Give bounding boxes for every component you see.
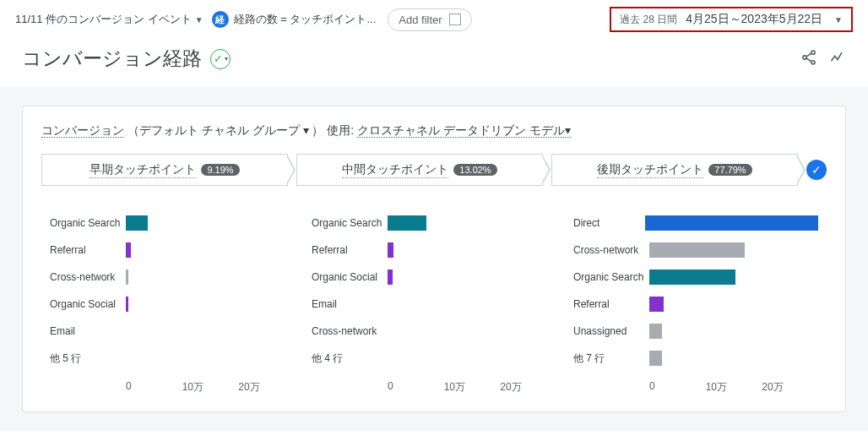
bar-label: Organic Social: [50, 298, 126, 310]
status-ok-badge[interactable]: ✓ ▾: [210, 49, 231, 69]
bar-label: Email: [312, 298, 388, 310]
touchpoint-tab-0[interactable]: 早期タッチポイント9.19%: [41, 154, 288, 186]
bar-row: Organic Social: [50, 291, 295, 318]
bar-label: Referral: [312, 244, 388, 256]
axis-tick: 20万: [762, 380, 818, 395]
tab-label: 中間タッチポイント: [342, 162, 448, 178]
bar-label: Referral: [50, 244, 126, 256]
touchpoint-chart-1: Organic SearchReferralOrganic SocialEmai…: [303, 210, 565, 395]
bar-row: Direct: [573, 210, 818, 237]
bar-row: Email: [312, 291, 556, 318]
bar-row: Organic Social: [312, 264, 556, 291]
axis-tick: 10万: [182, 380, 239, 395]
bar-row: Email: [50, 318, 295, 345]
bar-label: Organic Search: [312, 217, 388, 229]
bar-label: Organic Search: [50, 217, 126, 229]
bar: [388, 270, 393, 285]
axis-tick: 0: [649, 380, 706, 395]
bar-row: Unassigned: [573, 318, 818, 345]
bar-label: Unassigned: [573, 325, 649, 337]
bar-row: Referral: [573, 291, 818, 318]
axis-tick: 20万: [500, 380, 556, 395]
add-filter-label: Add filter: [399, 14, 442, 26]
bar-row: Cross-network: [312, 318, 556, 345]
filter-text: 経路の数 = タッチポイント...: [234, 12, 377, 27]
bar-label: Organic Social: [312, 271, 388, 283]
bar-row: Organic Search: [50, 210, 295, 237]
touchpoint-tab-2[interactable]: 後期タッチポイント77.79%: [551, 154, 798, 186]
page-title: コンバージョン経路: [22, 46, 202, 72]
bar-row: Organic Search: [312, 210, 556, 237]
bar: [126, 215, 148, 231]
x-axis: 010万20万: [312, 380, 556, 395]
touchpoint-tab-1[interactable]: 中間タッチポイント13.02%: [296, 154, 543, 186]
channel-group-label: （デフォルト チャネル グループ ▾ ）: [127, 123, 324, 137]
bar-label: Referral: [573, 298, 649, 310]
chevron-down-icon: ▼: [195, 15, 203, 24]
chevron-down-icon: ▾: [565, 123, 571, 137]
date-range-prefix: 過去 28 日間: [620, 13, 677, 27]
axis-tick: 0: [388, 380, 444, 395]
bar-row: Cross-network: [50, 264, 295, 291]
check-icon: ✓: [214, 52, 223, 65]
bar: [126, 270, 128, 285]
insights-icon[interactable]: [829, 49, 846, 68]
add-filter-button[interactable]: Add filter: [388, 8, 471, 31]
done-check-icon[interactable]: ✓: [806, 160, 827, 180]
touchpoint-chart-2: DirectCross-networkOrganic SearchReferra…: [565, 210, 827, 395]
bar: [388, 215, 426, 231]
x-axis: 010万20万: [50, 380, 295, 395]
filter-badge-icon: 経: [212, 11, 229, 28]
bar: [645, 215, 818, 231]
bar-row: Organic Search: [573, 264, 818, 291]
axis-tick: 20万: [238, 380, 295, 395]
bar-row: Cross-network: [573, 237, 818, 264]
add-filter-square-icon: [449, 14, 461, 25]
dimension-picker[interactable]: コンバージョン: [41, 123, 124, 138]
bar-label: Email: [50, 325, 126, 337]
date-range-picker[interactable]: 過去 28 日間 4月25日～2023年5月22日 ▼: [610, 7, 853, 32]
active-filter-chip[interactable]: 経 経路の数 = タッチポイント...: [212, 11, 377, 28]
bar-label: 他 4 行: [312, 351, 388, 366]
chevron-down-icon: ▼: [834, 15, 843, 24]
bar-row: Referral: [50, 237, 295, 264]
bar-row: 他 5 行: [50, 345, 295, 372]
conversion-events-dropdown[interactable]: 11/11 件のコンバージョン イベント ▼: [15, 12, 203, 27]
bar: [126, 242, 131, 258]
chevron-down-icon: ▾: [225, 55, 228, 63]
bar-row: 他 7 行: [573, 345, 818, 372]
bar: [649, 242, 745, 258]
tab-percent: 13.02%: [453, 164, 496, 176]
bar-label: Cross-network: [573, 244, 649, 256]
bar: [649, 270, 735, 285]
tab-percent: 9.19%: [201, 164, 239, 176]
bar-label: 他 5 行: [50, 351, 126, 366]
bar-label: Cross-network: [50, 271, 126, 283]
axis-tick: 10万: [444, 380, 501, 395]
date-range-value: 4月25日～2023年5月22日: [686, 12, 822, 27]
conversion-events-label: 11/11 件のコンバージョン イベント: [15, 12, 192, 27]
bar-row: Referral: [312, 237, 556, 264]
bar: [388, 242, 393, 258]
touchpoint-chart-0: Organic SearchReferralCross-networkOrgan…: [41, 210, 303, 395]
tab-label: 後期タッチポイント: [597, 162, 703, 178]
bar-row: 他 4 行: [312, 345, 556, 372]
bar: [649, 324, 662, 339]
bar-label: Direct: [573, 217, 645, 229]
model-picker[interactable]: クロスチャネル データドリブン モデル▾: [357, 123, 571, 138]
conversion-paths-card: コンバージョン （デフォルト チャネル グループ ▾ ） 使用: クロスチャネル…: [22, 106, 846, 412]
bar: [126, 297, 128, 312]
tab-label: 早期タッチポイント: [90, 162, 196, 178]
axis-tick: 0: [126, 380, 182, 395]
tab-percent: 77.79%: [708, 164, 751, 176]
bar: [649, 351, 662, 366]
bar-label: Organic Search: [573, 271, 649, 283]
x-axis: 010万20万: [573, 380, 818, 395]
share-icon[interactable]: [800, 49, 817, 68]
bar-label: Cross-network: [312, 325, 388, 337]
axis-tick: 10万: [706, 380, 762, 395]
bar-label: 他 7 行: [573, 351, 649, 366]
bar: [649, 297, 664, 312]
